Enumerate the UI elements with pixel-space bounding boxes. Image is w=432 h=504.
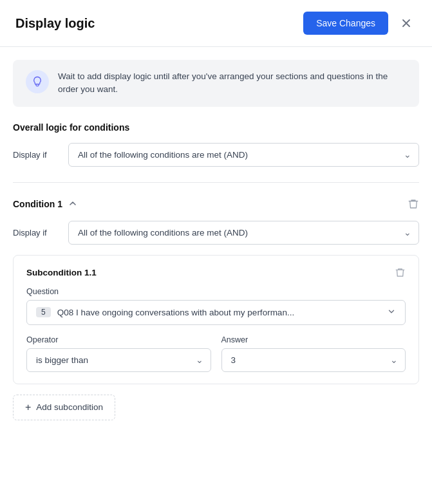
question-select[interactable]: 5 Q08 I have ongoing conversations with …	[26, 300, 406, 325]
question-select-wrap: 5 Q08 I have ongoing conversations with …	[26, 300, 406, 325]
overall-display-if-select[interactable]: All of the following conditions are met …	[68, 143, 419, 167]
question-number-badge: 5	[36, 307, 51, 317]
answer-col: Answer 3 ⌄	[221, 335, 406, 372]
condition-title: Condition 1	[13, 199, 62, 209]
info-banner: Wait to add display logic until after yo…	[13, 60, 419, 107]
answer-select[interactable]: 3	[221, 348, 406, 372]
condition-display-if-row: Display if All of the following conditio…	[13, 221, 419, 245]
info-banner-text: Wait to add display logic until after yo…	[58, 70, 406, 97]
subcondition-title: Subcondition 1.1	[26, 268, 97, 277]
subcondition-header: Subcondition 1.1	[26, 267, 406, 278]
condition-display-if-select-wrap: All of the following conditions are met …	[68, 221, 419, 245]
condition-title-row: Condition 1	[13, 198, 78, 210]
condition-header: Condition 1	[13, 198, 419, 210]
operator-select[interactable]: is bigger than	[26, 348, 211, 372]
section-divider	[13, 182, 419, 183]
operator-col: Operator is bigger than ⌄	[26, 335, 211, 372]
add-subcondition-button[interactable]: + Add subcondition	[13, 395, 115, 420]
subcondition-block: Subcondition 1.1 Question 5 Q08 I have o…	[13, 255, 419, 384]
lightbulb-icon	[32, 76, 43, 88]
operator-answer-row: Operator is bigger than ⌄ Answer 3 ⌄	[26, 335, 406, 372]
operator-select-wrap: is bigger than ⌄	[26, 348, 211, 372]
page-title: Display logic	[15, 16, 95, 31]
close-button[interactable]	[396, 13, 417, 33]
question-text: Q08 I have ongoing conversations with ab…	[57, 308, 380, 317]
answer-select-wrap: 3 ⌄	[221, 348, 406, 372]
overall-display-if-label: Display if	[13, 150, 58, 160]
chevron-up-icon	[68, 198, 78, 210]
overall-logic-section: Overall logic for conditions Display if …	[0, 107, 432, 167]
delete-condition-button[interactable]	[408, 198, 419, 210]
save-button[interactable]: Save Changes	[303, 12, 388, 35]
header-actions: Save Changes	[303, 12, 417, 35]
condition-block: Condition 1 Display if All of the follow…	[0, 198, 432, 420]
modal-header: Display logic Save Changes	[0, 0, 432, 47]
delete-subcondition-button[interactable]	[395, 267, 406, 278]
condition-display-if-select[interactable]: All of the following conditions are met …	[68, 221, 419, 245]
condition-display-if-label: Display if	[13, 228, 58, 238]
answer-label: Answer	[221, 335, 406, 344]
info-icon-wrap	[26, 70, 49, 93]
question-label: Question	[26, 287, 406, 296]
overall-logic-title: Overall logic for conditions	[13, 122, 419, 133]
chevron-down-icon-3	[387, 307, 396, 318]
trash-icon	[408, 198, 419, 210]
overall-display-if-row: Display if All of the following conditio…	[13, 143, 419, 167]
plus-icon: +	[25, 402, 31, 413]
close-icon	[400, 17, 413, 30]
trash-icon-2	[395, 267, 406, 278]
overall-display-if-select-wrap: All of the following conditions are met …	[68, 143, 419, 167]
add-subcondition-label: Add subcondition	[36, 402, 103, 412]
operator-label: Operator	[26, 335, 211, 344]
